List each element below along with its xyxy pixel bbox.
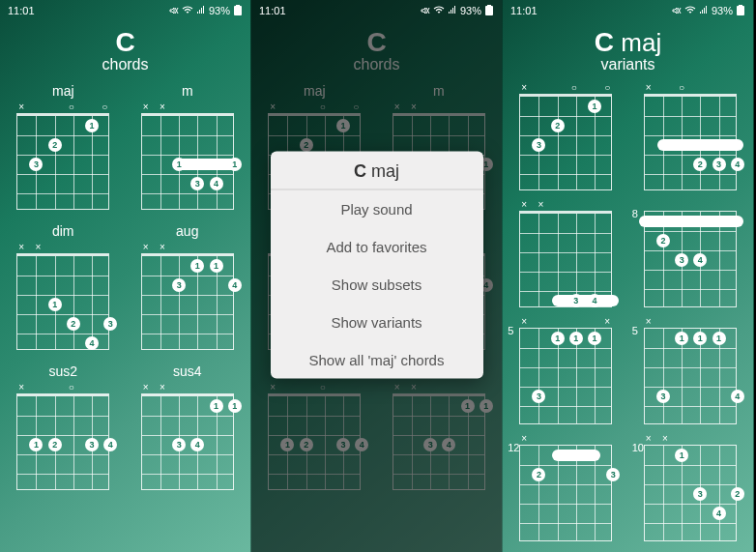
popup-action-3[interactable]: Show variants — [271, 304, 483, 341]
finger-dot: 4 — [731, 158, 744, 171]
finger-dot: 2 — [48, 438, 62, 451]
battery-text: 93% — [712, 5, 733, 16]
finger-dot: 1 — [29, 438, 43, 451]
chord-diagram[interactable]: ×○○321 — [509, 83, 623, 190]
chord-label: sus2 — [10, 363, 116, 379]
nut-markers: ×× — [393, 383, 485, 392]
finger-dot: 1 — [190, 259, 204, 273]
finger-dot: 1 — [588, 332, 601, 345]
popup-action-0[interactable]: Play sound — [271, 190, 483, 228]
title-sub: variants — [503, 56, 753, 73]
status-bar: 11:01 93% — [503, 0, 753, 21]
battery-icon — [233, 5, 243, 16]
chord-diagram[interactable]: 12×23 — [509, 434, 623, 541]
nut-markers: ×○ — [268, 383, 361, 392]
chord-diagram[interactable]: m××3411 — [134, 83, 241, 210]
fret-number: 5 — [508, 325, 513, 336]
finger-dot: 1 — [336, 119, 350, 132]
popup-action-1[interactable]: Add to favorites — [271, 228, 483, 266]
finger-dot: 1 — [551, 332, 565, 345]
wifi-icon — [182, 6, 193, 15]
finger-dot: 1 — [85, 119, 99, 132]
fret-number: 5 — [632, 325, 638, 336]
chord-diagram[interactable]: sus2×○1234 — [10, 363, 116, 490]
popup-title-note: C — [354, 161, 366, 181]
status-bar: 11:01 93% — [0, 0, 250, 21]
wifi-icon — [433, 6, 445, 15]
finger-dot: 3 — [675, 253, 688, 267]
mute-icon — [421, 6, 430, 15]
fret-number: 12 — [508, 442, 519, 453]
chord-action-popup: C maj Play soundAdd to favoritesShow sub… — [271, 152, 483, 379]
finger-dot: 4 — [442, 438, 455, 451]
title-sub: chords — [0, 56, 250, 73]
title-quality: maj — [614, 28, 661, 57]
chord-diagram[interactable]: 5×31114 — [633, 317, 747, 424]
popup-title: C maj — [271, 152, 483, 190]
finger-dot: 3 — [532, 390, 545, 403]
nut-markers: ×× — [141, 243, 234, 252]
chord-label: sus4 — [134, 363, 241, 379]
finger-dot: 2 — [656, 234, 670, 247]
finger-dot: 3 — [532, 138, 545, 152]
chord-diagram[interactable]: ×○234 — [633, 83, 747, 190]
nut-markers: ×× — [141, 383, 234, 392]
nut-markers: ×× — [16, 243, 109, 252]
finger-dot: 3 — [423, 438, 437, 451]
finger-dot: 1 — [675, 449, 688, 462]
nut-markers: ×○○ — [519, 83, 612, 93]
finger-dot: 4 — [712, 507, 726, 520]
status-time: 11:01 — [8, 5, 35, 16]
chord-diagram[interactable]: maj×○○321 — [10, 83, 116, 210]
finger-dot: 4 — [731, 390, 744, 403]
status-time: 11:01 — [510, 5, 538, 16]
popup-action-2[interactable]: Show subsets — [271, 266, 483, 304]
nut-markers: ×× — [393, 102, 485, 112]
status-time: 11:01 — [259, 5, 286, 16]
nut-markers: × — [519, 434, 612, 444]
finger-dot: 3 — [172, 438, 186, 451]
chord-label: m — [386, 83, 492, 99]
finger-dot: 2 — [300, 438, 313, 451]
finger-dot: 4 — [588, 294, 601, 307]
title-sub: chords — [251, 56, 502, 73]
svg-rect-5 — [739, 5, 742, 7]
finger-dot: 3 — [712, 158, 726, 171]
chord-diagram[interactable]: dim××1243 — [10, 223, 116, 350]
chord-diagram[interactable]: sus2×○1234 — [261, 363, 367, 490]
chord-diagram[interactable]: 8342 — [633, 200, 747, 307]
finger-dot: 4 — [693, 253, 707, 267]
finger-dot: 1 — [588, 100, 601, 113]
finger-dot: 1 — [693, 332, 707, 345]
chord-diagram[interactable]: sus4××3411 — [386, 363, 492, 490]
finger-dot: 4 — [85, 336, 99, 350]
page-title: C maj variants — [503, 21, 753, 83]
finger-dot: 4 — [355, 438, 368, 451]
svg-rect-2 — [485, 6, 493, 15]
signal-icon — [196, 6, 206, 15]
finger-dot: 1 — [480, 399, 493, 413]
page-title: C chords — [0, 21, 250, 83]
finger-dot: 4 — [228, 278, 242, 292]
svg-rect-0 — [234, 6, 242, 15]
popup-action-4[interactable]: Show all 'maj' chords — [271, 341, 483, 379]
chord-diagram[interactable]: 10××1342 — [633, 434, 747, 541]
nut-markers: ×× — [519, 317, 612, 327]
title-note: C — [0, 27, 250, 58]
chord-diagram[interactable]: ××34 — [509, 200, 623, 307]
nut-markers: ×○○ — [268, 102, 361, 112]
battery-text: 93% — [460, 5, 481, 16]
nut-markers — [644, 200, 737, 210]
finger-dot: 2 — [300, 138, 313, 152]
chord-diagram[interactable]: aug××3114 — [134, 223, 241, 350]
signal-icon — [448, 6, 457, 15]
title-note: C — [595, 27, 614, 57]
nut-markers: ×× — [644, 434, 737, 444]
chord-label: dim — [10, 223, 116, 239]
chord-diagram[interactable]: 5××3111 — [509, 317, 623, 424]
finger-dot: 1 — [712, 332, 726, 345]
variants-grid: ×○○321×○234××3483425××31115×3111412×2310… — [503, 83, 753, 547]
finger-dot: 3 — [656, 390, 670, 403]
screen-chords-popup: 11:01 93% C chords maj×○○321m××3411dim××… — [251, 0, 503, 552]
chord-diagram[interactable]: sus4××3411 — [134, 363, 241, 490]
